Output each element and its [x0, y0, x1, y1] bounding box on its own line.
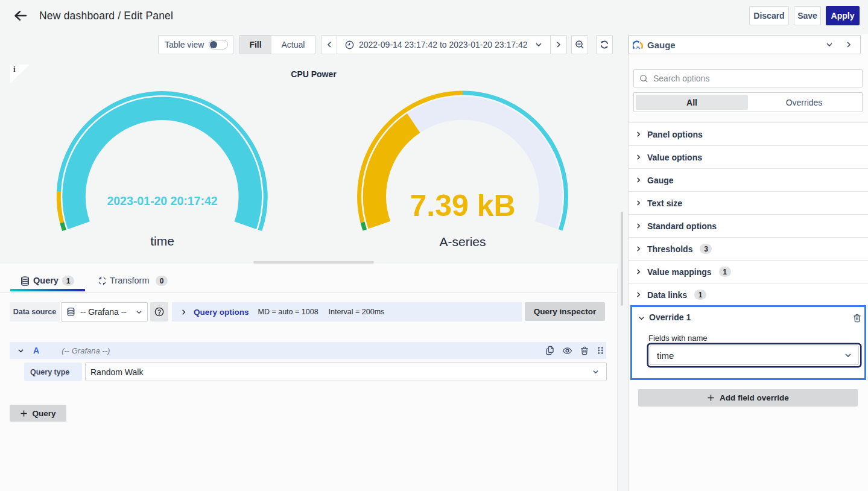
svg-text:70: 70: [636, 46, 639, 49]
